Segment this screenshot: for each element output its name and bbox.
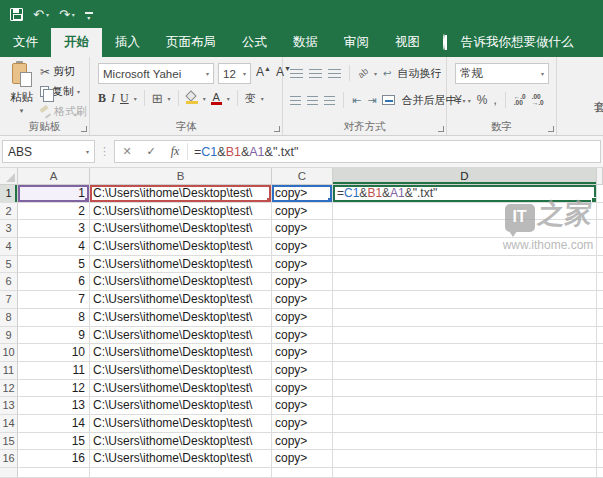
cell-a14[interactable]: 14	[18, 415, 90, 433]
cell-b1[interactable]: C:\Users\ithome\Desktop\test\	[90, 185, 272, 203]
row-header-7[interactable]: 7	[0, 291, 18, 309]
align-top-button[interactable]	[290, 69, 303, 78]
cell-a7[interactable]: 7	[18, 291, 90, 309]
cell-d8[interactable]	[333, 309, 597, 327]
cell-d6[interactable]	[333, 273, 597, 291]
cell-a2[interactable]: 2	[18, 203, 90, 221]
align-left-button[interactable]	[290, 96, 301, 105]
align-bottom-button[interactable]	[328, 69, 341, 78]
dialog-launcher-icon[interactable]	[438, 126, 444, 132]
cell-b2[interactable]: C:\Users\ithome\Desktop\test\	[90, 203, 272, 221]
name-box-splitter[interactable]: ⋮	[99, 145, 110, 158]
row-header-12[interactable]: 12	[0, 380, 18, 398]
cell-e16[interactable]	[597, 450, 603, 468]
cell-d5[interactable]	[333, 256, 597, 274]
cell-a5[interactable]: 5	[18, 256, 90, 274]
dialog-launcher-icon[interactable]	[81, 126, 87, 132]
cell-b17[interactable]	[90, 468, 272, 478]
row-header-6[interactable]: 6	[0, 273, 18, 291]
wrap-text-button[interactable]: 自动换行	[397, 66, 441, 81]
cell-a1[interactable]: 1	[18, 185, 90, 203]
cell-c9[interactable]: copy>	[272, 327, 333, 345]
cell-d11[interactable]	[333, 362, 597, 380]
cell-e14[interactable]	[597, 415, 603, 433]
column-header-b[interactable]: B	[90, 168, 272, 185]
chevron-down-icon[interactable]: ▾	[374, 70, 377, 77]
fill-color-button[interactable]	[186, 92, 198, 104]
insert-function-button[interactable]: fx	[163, 144, 187, 159]
name-box[interactable]: ABS ▾	[2, 140, 95, 163]
cell-a9[interactable]: 9	[18, 327, 90, 345]
formula-bar[interactable]: ✕ ✓ fx =C1&B1&A1&".txt"	[114, 140, 601, 163]
cancel-button[interactable]: ✕	[115, 145, 139, 158]
column-header-e-partial[interactable]	[597, 168, 603, 185]
undo-dropdown-icon[interactable]: ▾	[46, 11, 49, 18]
row-header-14[interactable]: 14	[0, 415, 18, 433]
chevron-down-icon[interactable]: ▾	[468, 97, 471, 104]
cell-b7[interactable]: C:\Users\ithome\Desktop\test\	[90, 291, 272, 309]
cell-b15[interactable]: C:\Users\ithome\Desktop\test\	[90, 433, 272, 451]
align-middle-button[interactable]	[309, 69, 322, 78]
cell-c12[interactable]: copy>	[272, 380, 333, 398]
undo-button[interactable]: ↶▾	[33, 7, 49, 22]
align-right-button[interactable]	[324, 96, 335, 105]
copy-button[interactable]: 复制▾	[40, 84, 87, 99]
customize-quick-access-button[interactable]: ▾	[85, 9, 93, 20]
cell-d12[interactable]	[333, 380, 597, 398]
cell-b3[interactable]: C:\Users\ithome\Desktop\test\	[90, 220, 272, 238]
row-header-3[interactable]: 3	[0, 220, 18, 238]
row-header-10[interactable]: 10	[0, 344, 18, 362]
cell-c15[interactable]: copy>	[272, 433, 333, 451]
increase-decimal-button[interactable]: ←.0.00	[514, 94, 526, 106]
cell-d13[interactable]	[333, 397, 597, 415]
borders-button[interactable]: ⊞	[152, 91, 163, 106]
cell-b14[interactable]: C:\Users\ithome\Desktop\test\	[90, 415, 272, 433]
font-name-select[interactable]: Microsoft Yahei▾	[98, 63, 214, 84]
cell-d14[interactable]	[333, 415, 597, 433]
cell-b4[interactable]: C:\Users\ithome\Desktop\test\	[90, 238, 272, 256]
cell-c16[interactable]: copy>	[272, 450, 333, 468]
comma-style-button[interactable]: ,	[493, 93, 496, 107]
cell-a17[interactable]	[18, 468, 90, 478]
cell-a6[interactable]: 6	[18, 273, 90, 291]
cell-e6[interactable]	[597, 273, 603, 291]
font-size-select[interactable]: 12▾	[218, 63, 251, 84]
column-header-d[interactable]: D	[333, 168, 597, 185]
enter-button[interactable]: ✓	[139, 145, 163, 158]
increase-font-button[interactable]: A▲	[256, 65, 271, 79]
column-header-a[interactable]: A	[18, 168, 90, 185]
row-header-16[interactable]: 16	[0, 450, 18, 468]
cell-e17[interactable]	[597, 468, 603, 478]
cell-a8[interactable]: 8	[18, 309, 90, 327]
paste-button[interactable]: 粘贴 ▾	[5, 62, 38, 124]
dialog-launcher-icon[interactable]	[274, 126, 280, 132]
tab-review[interactable]: 审阅	[331, 28, 382, 57]
cell-b13[interactable]: C:\Users\ithome\Desktop\test\	[90, 397, 272, 415]
cell-b10[interactable]: C:\Users\ithome\Desktop\test\	[90, 344, 272, 362]
increase-indent-button[interactable]: ⇥	[367, 94, 376, 107]
orientation-button[interactable]: ab	[356, 66, 370, 80]
cell-e5[interactable]	[597, 256, 603, 274]
cell-e13[interactable]	[597, 397, 603, 415]
percent-style-button[interactable]: %	[477, 93, 488, 107]
cell-a12[interactable]: 12	[18, 380, 90, 398]
cell-b5[interactable]: C:\Users\ithome\Desktop\test\	[90, 256, 272, 274]
phonetic-guide-button[interactable]: 变	[245, 91, 256, 106]
row-header-9[interactable]: 9	[0, 327, 18, 345]
cell-a15[interactable]: 15	[18, 433, 90, 451]
cell-a11[interactable]: 11	[18, 362, 90, 380]
cut-button[interactable]: ✂剪切	[40, 64, 87, 79]
cell-c10[interactable]: copy>	[272, 344, 333, 362]
tab-file[interactable]: 文件	[0, 28, 51, 57]
tab-page-layout[interactable]: 页面布局	[153, 28, 229, 57]
italic-button[interactable]: I	[111, 91, 115, 106]
row-header-13[interactable]: 13	[0, 397, 18, 415]
tab-home[interactable]: 开始	[51, 28, 102, 57]
cell-d17[interactable]	[333, 468, 597, 478]
cell-c11[interactable]: copy>	[272, 362, 333, 380]
cell-d16[interactable]	[333, 450, 597, 468]
cell-c4[interactable]: copy>	[272, 238, 333, 256]
cell-c6[interactable]: copy>	[272, 273, 333, 291]
font-color-button[interactable]: A	[211, 92, 222, 105]
cell-c14[interactable]: copy>	[272, 415, 333, 433]
